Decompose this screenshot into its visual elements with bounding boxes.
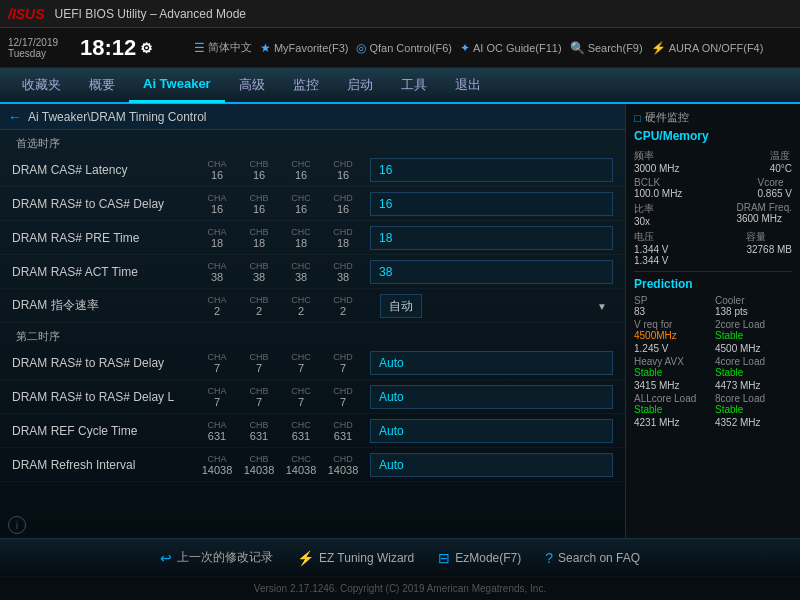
row-refresh-interval: DRAM Refresh Interval CHA 14038 CHB 1403… <box>0 448 625 482</box>
cas-latency-channels: CHA 16 CHB 16 CHC 16 CHD 16 <box>200 159 360 181</box>
capacity-label: 容量 <box>746 230 792 244</box>
capacity-val: 32768 MB <box>746 244 792 255</box>
vcore-val: 0.865 V <box>758 188 792 199</box>
nav-item-tools[interactable]: 工具 <box>387 67 441 103</box>
temp-val: 40°C <box>770 163 792 174</box>
v-req-val: 4500MHz <box>634 330 711 341</box>
aura-icon: ⚡ <box>651 41 666 55</box>
tool-aura[interactable]: ⚡ AURA ON/OFF(F4) <box>651 40 764 55</box>
monitor-icon: □ <box>634 112 641 124</box>
tool-qfan[interactable]: ◎ Qfan Control(F6) <box>356 40 452 55</box>
nav-item-ai-tweaker[interactable]: Ai Tweaker <box>129 67 225 103</box>
nav-item-boot[interactable]: 启动 <box>333 67 387 103</box>
hardware-monitor-title: □ 硬件监控 <box>634 110 792 125</box>
row-ras-pre: DRAM RAS# PRE Time CHA 18 CHB 18 CHC 18 … <box>0 221 625 255</box>
section-label-primary: 首选时序 <box>0 130 625 153</box>
tool-aioc-label: AI OC Guide(F11) <box>473 42 562 54</box>
language-icon: ☰ <box>194 41 205 55</box>
tool-aioc[interactable]: ✦ AI OC Guide(F11) <box>460 40 562 55</box>
ch-b-cas: CHB 16 <box>242 159 276 181</box>
refresh-interval-value[interactable] <box>370 453 613 477</box>
row-cas-latency: DRAM CAS# Latency CHA 16 CHB 16 CHC 16 C… <box>0 153 625 187</box>
refresh-interval-label: DRAM Refresh Interval <box>12 458 192 472</box>
search-faq-button[interactable]: ? Search on FAQ <box>545 550 640 566</box>
ch-a-cas: CHA 16 <box>200 159 234 181</box>
cmd-rate-select[interactable]: 自动 1T 2T <box>380 294 422 318</box>
ch-d-cas: CHD 16 <box>326 159 360 181</box>
section-label-secondary: 第二时序 <box>0 323 625 346</box>
row-ras-to-ras-l: DRAM RAS# to RAS# Delay L CHA 7 CHB 7 CH… <box>0 380 625 414</box>
refresh-interval-channels: CHA 14038 CHB 14038 CHC 14038 CHD 14038 <box>200 454 360 476</box>
cas-latency-value[interactable] <box>370 158 613 182</box>
pred-row-sp: SP 83 Cooler 138 pts <box>634 295 792 317</box>
temp-label: 温度 <box>770 149 792 163</box>
freq-label: 频率 <box>634 149 680 163</box>
footer-text: Version 2.17.1246. Copyright (C) 2019 Am… <box>254 583 546 594</box>
ras-to-ras-l-label: DRAM RAS# to RAS# Delay L <box>12 390 192 404</box>
wizard-icon: ⚡ <box>297 550 314 566</box>
fan-icon: ◎ <box>356 41 366 55</box>
bclk-val: 100.0 MHz <box>634 188 682 199</box>
datetime: 12/17/2019 Tuesday <box>8 37 68 59</box>
ras-act-value[interactable] <box>370 260 613 284</box>
nav-item-advanced[interactable]: 高级 <box>225 67 279 103</box>
pred-row-voltage-freq: 1.245 V 4500 MHz <box>634 343 792 354</box>
ras-to-cas-value[interactable] <box>370 192 613 216</box>
ras-pre-label: DRAM RAS# PRE Time <box>12 231 192 245</box>
tool-qfan-label: Qfan Control(F6) <box>369 42 452 54</box>
search-faq-label: Search on FAQ <box>558 551 640 565</box>
day-display: Tuesday <box>8 48 68 59</box>
tool-myfavorite[interactable]: ★ MyFavorite(F3) <box>260 40 349 55</box>
dram-freq-label: DRAM Freq. <box>736 202 792 213</box>
ratio-val: 30x <box>634 216 654 227</box>
faq-icon: ? <box>545 550 553 566</box>
tool-aura-label: AURA ON/OFF(F4) <box>669 42 764 54</box>
nav-item-overview[interactable]: 概要 <box>75 67 129 103</box>
ras-pre-value[interactable] <box>370 226 613 250</box>
pred-row-vreq: V req for 4500MHz 2core Load Stable <box>634 319 792 341</box>
row-ref-cycle: DRAM REF Cycle Time CHA 631 CHB 631 CHC … <box>0 414 625 448</box>
row-cmd-rate: DRAM 指令速率 CHA 2 CHB 2 CHC 2 CHD 2 <box>0 289 625 323</box>
ez-mode-button[interactable]: ⊟ EzMode(F7) <box>438 550 521 566</box>
freq-val: 3000 MHz <box>634 163 680 174</box>
ez-tuning-label: EZ Tuning Wizard <box>319 551 414 565</box>
tool-language[interactable]: ☰ 简体中文 <box>194 40 252 55</box>
pred-row-3415: 3415 MHz 4473 MHz <box>634 380 792 391</box>
ch-c-cas: CHC 16 <box>284 159 318 181</box>
tool-language-label: 简体中文 <box>208 40 252 55</box>
left-panel: ← Ai Tweaker\DRAM Timing Control 首选时序 DR… <box>0 104 625 538</box>
gear-icon[interactable]: ⚙ <box>140 40 153 56</box>
right-panel: □ 硬件监控 CPU/Memory 频率 3000 MHz 温度 40°C BC… <box>625 104 800 538</box>
nav-item-exit[interactable]: 退出 <box>441 67 495 103</box>
footer: Version 2.17.1246. Copyright (C) 2019 Am… <box>0 576 800 600</box>
dram-freq-val: 3600 MHz <box>736 213 792 224</box>
ras-to-cas-label: DRAM RAS# to CAS# Delay <box>12 197 192 211</box>
cmd-rate-channels: CHA 2 CHB 2 CHC 2 CHD 2 <box>200 295 360 317</box>
nav-item-favorites[interactable]: 收藏夹 <box>8 67 75 103</box>
info-icon[interactable]: i <box>8 516 26 534</box>
bclk-label: BCLK <box>634 177 682 188</box>
bios-title: UEFI BIOS Utility – Advanced Mode <box>55 7 246 21</box>
history-icon: ↩ <box>160 550 172 566</box>
ratio-label: 比率 <box>634 202 654 216</box>
stat-row-bclk-vcore: BCLK 100.0 MHz Vcore 0.865 V <box>634 177 792 199</box>
row-ras-to-cas: DRAM RAS# to CAS# Delay CHA 16 CHB 16 CH… <box>0 187 625 221</box>
ras-to-ras-l-channels: CHA 7 CHB 7 CHC 7 CHD 7 <box>200 386 360 408</box>
ez-tuning-wizard-button[interactable]: ⚡ EZ Tuning Wizard <box>297 550 414 566</box>
ref-cycle-value[interactable] <box>370 419 613 443</box>
pred-row-heavy-avx: Heavy AVX Stable 4core Load Stable <box>634 356 792 378</box>
stat-row-freq-temp: 频率 3000 MHz 温度 40°C <box>634 149 792 174</box>
ras-act-channels: CHA 38 CHB 38 CHC 38 CHD 38 <box>200 261 360 283</box>
ras-to-ras-l-value[interactable] <box>370 385 613 409</box>
ras-to-ras-value[interactable] <box>370 351 613 375</box>
breadcrumb-text: Ai Tweaker\DRAM Timing Control <box>28 110 207 124</box>
row-ras-act: DRAM RAS# ACT Time CHA 38 CHB 38 CHC 38 … <box>0 255 625 289</box>
tool-search[interactable]: 🔍 Search(F9) <box>570 40 643 55</box>
nav-item-monitor[interactable]: 监控 <box>279 67 333 103</box>
breadcrumb-arrow[interactable]: ← <box>8 109 22 125</box>
cas-latency-label: DRAM CAS# Latency <box>12 163 192 177</box>
ref-cycle-label: DRAM REF Cycle Time <box>12 424 192 438</box>
divider <box>634 271 792 272</box>
cpu-memory-title: CPU/Memory <box>634 129 792 143</box>
last-change-button[interactable]: ↩ 上一次的修改记录 <box>160 549 273 566</box>
